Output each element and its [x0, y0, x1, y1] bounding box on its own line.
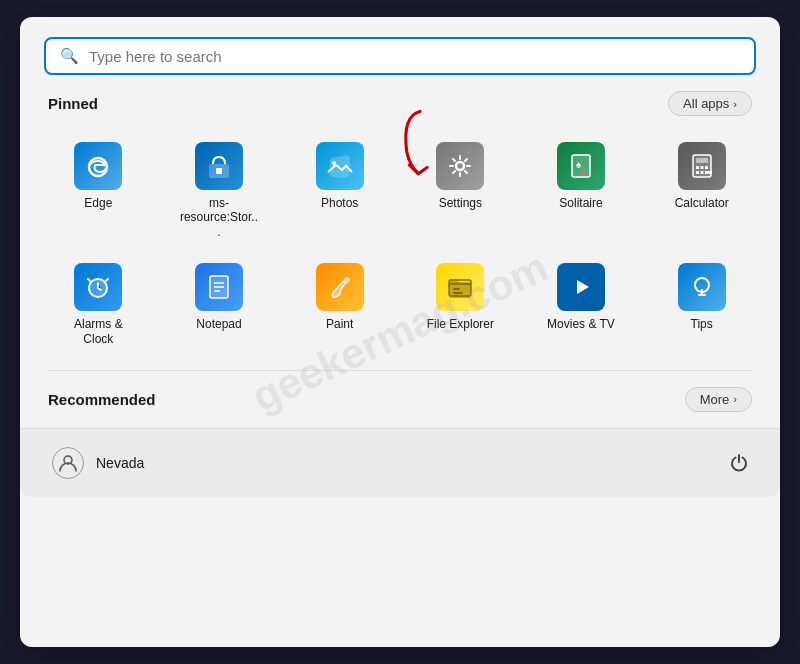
app-label-edge: Edge [84, 196, 112, 210]
app-icon-movies [557, 263, 605, 311]
all-apps-button[interactable]: All apps › [668, 91, 752, 116]
app-icon-calculator [678, 142, 726, 190]
app-alarms[interactable]: Alarms & Clock [40, 253, 157, 356]
app-icon-notepad [195, 263, 243, 311]
all-apps-label: All apps [683, 96, 729, 111]
app-icon-tips [678, 263, 726, 311]
app-calculator[interactable]: Calculator [643, 132, 760, 249]
more-button[interactable]: More › [685, 387, 752, 412]
user-name: Nevada [96, 455, 144, 471]
svg-rect-9 [696, 158, 708, 163]
app-fileexplorer[interactable]: File Explorer [402, 253, 519, 356]
app-icon-store [195, 142, 243, 190]
pinned-section-header: Pinned All apps › [20, 91, 780, 116]
app-icon-photos [316, 142, 364, 190]
app-paint[interactable]: Paint [281, 253, 398, 356]
app-label-fileexplorer: File Explorer [427, 317, 494, 331]
svg-text:♥: ♥ [581, 169, 586, 178]
app-label-settings: Settings [439, 196, 482, 210]
app-solitaire[interactable]: ♠♥Solitaire [523, 132, 640, 249]
app-store[interactable]: ms-resource:Stor... [161, 132, 278, 249]
svg-point-4 [456, 162, 464, 170]
search-bar[interactable]: 🔍 [44, 37, 756, 75]
search-icon: 🔍 [60, 47, 79, 65]
user-section[interactable]: Nevada [44, 443, 152, 483]
svg-rect-24 [449, 279, 459, 283]
app-icon-settings [436, 142, 484, 190]
pinned-apps-grid: Edgems-resource:Stor...PhotosSettings♠♥S… [20, 132, 780, 356]
svg-rect-11 [700, 166, 703, 169]
svg-point-3 [332, 161, 336, 165]
pinned-title: Pinned [48, 95, 98, 112]
section-divider [48, 370, 752, 371]
app-tips[interactable]: Tips [643, 253, 760, 356]
app-icon-fileexplorer [436, 263, 484, 311]
recommended-title: Recommended [48, 391, 156, 408]
app-icon-edge [74, 142, 122, 190]
start-menu: geekermag.com 🔍 Pinned All apps › Edgems… [20, 17, 780, 647]
app-icon-solitaire: ♠♥ [557, 142, 605, 190]
app-label-tips: Tips [691, 317, 713, 331]
app-label-alarms: Alarms & Clock [58, 317, 138, 346]
svg-rect-12 [705, 166, 708, 169]
svg-rect-10 [696, 166, 699, 169]
all-apps-chevron: › [733, 98, 737, 110]
app-label-solitaire: Solitaire [559, 196, 602, 210]
app-icon-alarms [74, 263, 122, 311]
svg-rect-13 [696, 171, 699, 174]
app-edge[interactable]: Edge [40, 132, 157, 249]
svg-rect-15 [705, 171, 712, 174]
app-label-photos: Photos [321, 196, 358, 210]
app-icon-paint [316, 263, 364, 311]
search-input[interactable] [89, 48, 740, 65]
app-notepad[interactable]: Notepad [161, 253, 278, 356]
app-settings[interactable]: Settings [402, 132, 519, 249]
app-label-movies: Movies & TV [547, 317, 615, 331]
app-movies[interactable]: Movies & TV [523, 253, 640, 356]
more-chevron: › [733, 393, 737, 405]
svg-marker-25 [577, 280, 589, 294]
app-photos[interactable]: Photos [281, 132, 398, 249]
app-label-store: ms-resource:Stor... [179, 196, 259, 239]
app-label-calculator: Calculator [675, 196, 729, 210]
taskbar-footer: Nevada [20, 428, 780, 497]
app-label-paint: Paint [326, 317, 353, 331]
svg-point-21 [344, 277, 350, 283]
app-label-notepad: Notepad [196, 317, 241, 331]
recommended-section-header: Recommended More › [20, 387, 780, 412]
power-button[interactable] [722, 446, 756, 480]
more-label: More [700, 392, 730, 407]
svg-rect-2 [216, 168, 222, 174]
svg-rect-14 [700, 171, 703, 174]
user-avatar [52, 447, 84, 479]
